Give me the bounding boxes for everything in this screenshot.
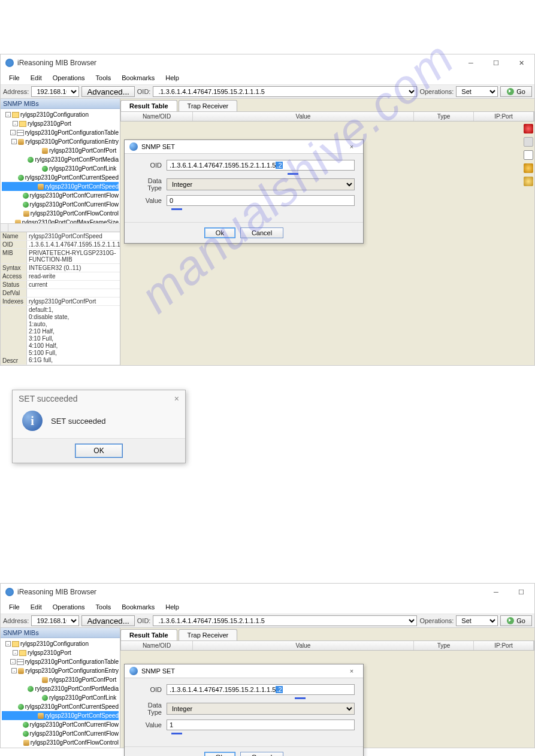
tree-node[interactable]: rylgsp2310gPortConfFlowControl (2, 209, 119, 218)
mib-tree[interactable]: -rylgsp2310gConfiguration-rylgsp2310gPor… (1, 109, 120, 223)
menu-edit[interactable]: Edit (26, 72, 47, 83)
col-ip[interactable]: IP:Port (474, 112, 534, 121)
msgbox-close-button[interactable]: × (174, 394, 179, 403)
page-icon[interactable] (524, 150, 533, 160)
ok-button[interactable]: Ok (204, 752, 235, 756)
tree-expander[interactable]: - (13, 650, 18, 655)
maximize-button[interactable]: ☐ (513, 586, 530, 598)
tree-node[interactable]: rylgsp2310gPortConfCurrentFlow (2, 720, 119, 729)
oid-select[interactable]: .1.3.6.1.4.1.47647.1595.15.2.1.1.1.5 (153, 86, 417, 97)
menu-help[interactable]: Help (161, 72, 184, 83)
tree-node[interactable]: rylgsp2310gPortConfPort (2, 146, 119, 155)
tree-expander[interactable]: - (5, 112, 11, 117)
tree-node[interactable]: -rylgsp2310gPortConfigurationEntry (2, 137, 119, 146)
operations-select[interactable]: Set (456, 86, 498, 97)
menu-bookmarks[interactable]: Bookmarks (117, 602, 159, 612)
col-value[interactable]: Value (193, 112, 414, 121)
menu-operations[interactable]: Operations (48, 72, 90, 83)
tree-node[interactable]: -rylgsp2310gConfiguration (2, 639, 119, 648)
minimize-button[interactable]: ─ (463, 57, 479, 69)
menu-help[interactable]: Help (161, 602, 184, 612)
go-icon (507, 617, 514, 624)
go-button[interactable]: Go (500, 86, 532, 97)
tree-expander[interactable]: - (13, 121, 18, 126)
menu-tools[interactable]: Tools (91, 72, 116, 83)
tree-expander[interactable]: - (10, 659, 16, 664)
tab-trap-receiver[interactable]: Trap Receiver (179, 629, 238, 640)
stop-icon[interactable] (524, 124, 533, 133)
h-scrollbar[interactable] (1, 223, 120, 232)
tree-node-label: rylgsp2310gPortConfSpeed (45, 182, 119, 191)
cancel-button[interactable]: Cancel (240, 752, 283, 756)
tree-node[interactable]: rylgsp2310gPortConfFlowControl (2, 738, 119, 747)
col-ip[interactable]: IP:Port (474, 641, 534, 650)
col-type[interactable]: Type (414, 112, 474, 121)
maximize-button[interactable]: ☐ (488, 57, 504, 69)
menu-file[interactable]: File (4, 602, 25, 612)
tree-node[interactable]: rylgsp2310gPortConfPortMedia (2, 155, 119, 164)
doc-icon[interactable] (524, 137, 533, 147)
tree-node[interactable]: rylgsp2310gPortConfLink (2, 693, 119, 702)
dialog-close-button[interactable]: × (345, 143, 358, 150)
tree-node[interactable]: rylgsp2310gPortConfMaxFrameSize (2, 747, 119, 748)
mib-tree[interactable]: -rylgsp2310gConfiguration-rylgsp2310gPor… (1, 638, 120, 748)
tree-node[interactable]: rylgsp2310gPortConfCurrentSpeed (2, 702, 119, 711)
advanced-button[interactable]: Advanced... (81, 86, 134, 97)
menu-tools[interactable]: Tools (91, 602, 116, 612)
datatype-select[interactable]: Integer (167, 178, 355, 190)
tree-node[interactable]: rylgsp2310gPortConfCurrentFlow (2, 729, 119, 738)
value-field[interactable] (167, 195, 355, 206)
tree-node[interactable]: rylgsp2310gPortConfPort (2, 675, 119, 684)
advanced-button[interactable]: Advanced... (81, 615, 134, 626)
tree-node[interactable]: -rylgsp2310gConfiguration (2, 110, 119, 119)
tree-node[interactable]: rylgsp2310gPortConfPortMedia (2, 684, 119, 693)
tree-node[interactable]: rylgsp2310gPortConfLink (2, 164, 119, 173)
tree-node[interactable]: rylgsp2310gPortConfMaxFrameSize (2, 218, 119, 223)
oid-field[interactable]: .1.3.6.1.4.1.47647.1595.15.2.1.1.1.5.2 (167, 684, 355, 695)
tree-expander[interactable]: - (11, 668, 17, 673)
tree-node[interactable]: -rylgsp2310gPort (2, 648, 119, 657)
address-select[interactable]: 192.168.10.2 (31, 615, 79, 626)
col-name[interactable]: Name/OID (121, 641, 193, 650)
col-value[interactable]: Value (193, 641, 414, 650)
address-select[interactable]: 192.168.10.2 (31, 86, 79, 97)
tab-result-table[interactable]: Result Table (120, 100, 177, 111)
operations-select[interactable]: Set (456, 615, 498, 626)
oid-field[interactable]: .1.3.6.1.4.1.47647.1595.15.2.1.1.1.5.2 (167, 160, 355, 171)
menu-operations[interactable]: Operations (48, 602, 90, 612)
minimize-button[interactable]: ─ (488, 586, 504, 598)
ok-button[interactable]: Ok (204, 227, 235, 238)
cancel-button[interactable]: Cancel (240, 227, 283, 238)
tree-node[interactable]: rylgsp2310gPortConfCurrentSpeed (2, 173, 119, 182)
msgbox-ok-button[interactable]: OK (75, 444, 122, 458)
datatype-select[interactable]: Integer (167, 703, 355, 715)
oid-select[interactable]: .1.3.6.1.4.1.47647.1595.15.2.1.1.1.5 (153, 615, 417, 626)
col-type[interactable]: Type (414, 641, 474, 650)
close-button[interactable]: ✕ (513, 57, 530, 69)
bulb-icon[interactable] (524, 177, 533, 186)
tree-node[interactable]: -rylgsp2310gPortConfigurationTable (2, 128, 119, 137)
col-name[interactable]: Name/OID (121, 112, 193, 121)
dialog-close-button[interactable]: × (345, 667, 358, 675)
tree-expander[interactable]: - (10, 130, 16, 135)
tree-node[interactable]: -rylgsp2310gPortConfigurationTable (2, 657, 119, 666)
tab-trap-receiver[interactable]: Trap Receiver (179, 100, 238, 111)
tree-node[interactable]: rylgsp2310gPortConfSpeed (2, 182, 119, 191)
menu-bookmarks[interactable]: Bookmarks (117, 72, 159, 83)
tree-node[interactable]: rylgsp2310gPortConfCurrentFlow (2, 200, 119, 209)
tree-expander[interactable]: - (5, 641, 11, 646)
menu-file[interactable]: File (4, 72, 25, 83)
left-pane: SNMP MIBs -rylgsp2310gConfiguration-rylg… (1, 99, 120, 365)
tree-expander[interactable]: - (11, 139, 17, 144)
tree-node[interactable]: rylgsp2310gPortConfSpeed (2, 711, 119, 720)
tree-node[interactable]: -rylgsp2310gPortConfigurationEntry (2, 666, 119, 675)
tab-result-table[interactable]: Result Table (120, 629, 177, 640)
menu-edit[interactable]: Edit (26, 602, 47, 612)
detail-value: PRIVATETECH-RYLGSP2310G-FUNCTION-MIB (27, 249, 120, 263)
go-button[interactable]: Go (500, 615, 532, 626)
key-icon[interactable] (524, 163, 533, 173)
tree-node[interactable]: rylgsp2310gPortConfCurrentFlow (2, 191, 119, 200)
value-field[interactable] (167, 719, 355, 730)
titlebar: iReasoning MIB Browser ─ ☐ ✕ (1, 54, 534, 71)
tree-node[interactable]: -rylgsp2310gPort (2, 119, 119, 128)
